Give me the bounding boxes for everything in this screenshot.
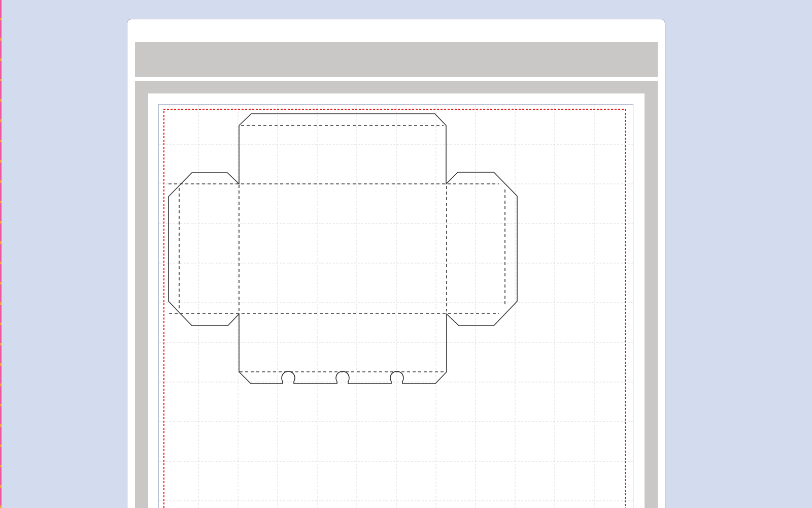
screen-edge-accent-strip xyxy=(0,0,2,508)
page-canvas[interactable] xyxy=(158,104,633,508)
page-viewport[interactable] xyxy=(148,93,645,508)
dieline-cut-line xyxy=(168,114,517,384)
dieline-drawing xyxy=(159,105,633,508)
margin-guide xyxy=(164,109,625,508)
page-grid xyxy=(159,105,633,508)
preview-frame xyxy=(135,81,658,508)
preview-window xyxy=(127,19,665,508)
dieline-fold-lines xyxy=(168,125,505,372)
app-background xyxy=(0,0,812,508)
toolbar xyxy=(135,42,658,77)
window-titlebar xyxy=(135,19,658,42)
